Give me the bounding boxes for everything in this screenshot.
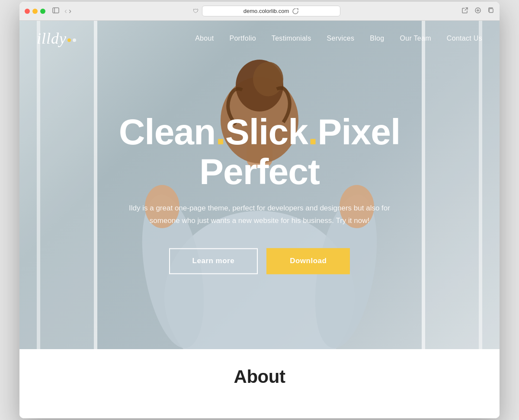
duplicate-tab-icon[interactable]: [487, 7, 494, 16]
nav-link-about[interactable]: About: [195, 35, 214, 42]
hero-buttons: Learn more Download: [65, 248, 454, 274]
svg-point-14: [253, 62, 283, 96]
website-content: illdy About Portfolio Testimonials Servi…: [19, 21, 500, 418]
nav-link-our-team[interactable]: Our Team: [400, 35, 431, 42]
nav-item-blog[interactable]: Blog: [370, 35, 384, 42]
below-hero-section: About: [19, 349, 500, 418]
address-bar-area: 🛡 demo.colorlib.com: [75, 6, 458, 16]
back-button[interactable]: ‹: [64, 6, 67, 16]
nav-item-testimonials[interactable]: Testimonials: [272, 35, 311, 42]
svg-rect-0: [53, 8, 59, 13]
url-text: demo.colorlib.com: [243, 8, 289, 14]
logo-dots: [67, 38, 76, 42]
svg-rect-5: [489, 9, 493, 13]
logo-dot-white: [73, 38, 76, 42]
hero-content: Clean.Slick.Pixel Perfect Ildy is a grea…: [65, 112, 454, 274]
about-heading: About: [234, 366, 285, 387]
address-bar[interactable]: demo.colorlib.com: [202, 6, 340, 16]
nav-link-contact-us[interactable]: Contact Us: [447, 35, 482, 42]
nav-links: About Portfolio Testimonials Services Bl…: [195, 35, 482, 42]
traffic-lights: [25, 9, 45, 14]
hero-title-part2: Slick: [225, 111, 308, 152]
browser-nav: ‹ ›: [64, 6, 71, 16]
hero-section: illdy About Portfolio Testimonials Servi…: [19, 21, 500, 349]
refresh-icon[interactable]: [292, 8, 298, 14]
logo-dot-yellow: [67, 38, 71, 42]
nav-link-blog[interactable]: Blog: [370, 35, 384, 42]
traffic-light-green[interactable]: [40, 9, 45, 14]
sidebar-toggle-icon[interactable]: [52, 7, 59, 16]
browser-window: ‹ › 🛡 demo.colorlib.com: [19, 2, 500, 418]
hero-title: Clean.Slick.Pixel Perfect: [65, 112, 454, 192]
browser-actions: [461, 7, 494, 16]
hero-dot-1: .: [215, 111, 225, 152]
traffic-light-yellow[interactable]: [32, 9, 38, 14]
forward-button[interactable]: ›: [69, 6, 71, 16]
nav-link-portfolio[interactable]: Portfolio: [229, 35, 256, 42]
nav-item-services[interactable]: Services: [327, 35, 355, 42]
hero-dot-2: .: [308, 111, 317, 152]
traffic-light-red[interactable]: [25, 9, 30, 14]
navigation: illdy About Portfolio Testimonials Servi…: [19, 21, 500, 56]
hero-subtitle: Ildy is a great one-page theme, perfect …: [125, 202, 394, 227]
security-icon: 🛡: [193, 8, 199, 14]
hero-title-part1: Clean: [119, 111, 216, 152]
share-icon[interactable]: [461, 7, 468, 16]
nav-item-our-team[interactable]: Our Team: [400, 35, 431, 42]
nav-item-about[interactable]: About: [195, 35, 214, 42]
nav-item-contact-us[interactable]: Contact Us: [447, 35, 482, 42]
learn-more-button[interactable]: Learn more: [169, 248, 258, 274]
browser-chrome: ‹ › 🛡 demo.colorlib.com: [19, 2, 500, 21]
download-button[interactable]: Download: [266, 248, 350, 274]
nav-item-portfolio[interactable]: Portfolio: [229, 35, 256, 42]
nav-link-testimonials[interactable]: Testimonials: [272, 35, 311, 42]
new-tab-icon[interactable]: [474, 7, 481, 16]
nav-link-services[interactable]: Services: [327, 35, 355, 42]
site-logo[interactable]: illdy: [37, 29, 76, 48]
